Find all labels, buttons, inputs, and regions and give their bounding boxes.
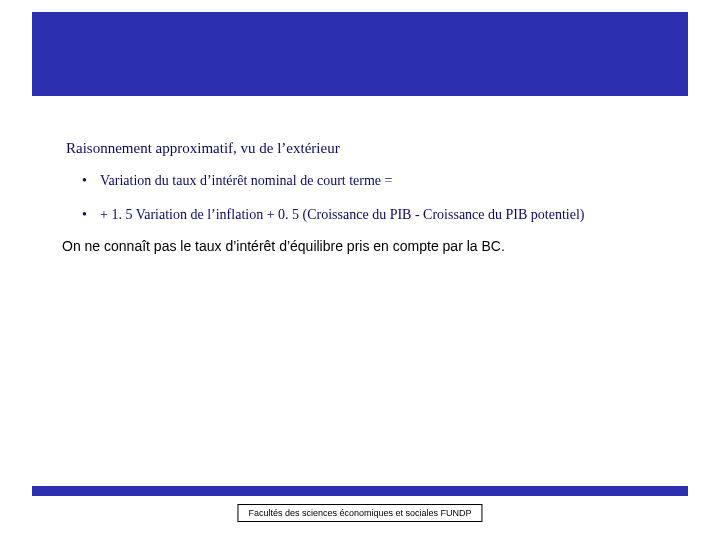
header-bar <box>32 12 688 96</box>
footer-label: Facultés des sciences économiques et soc… <box>237 504 482 522</box>
bullet-list: Variation du taux d’intérêt nominal de c… <box>66 171 666 224</box>
bullet-item: + 1. 5 Variation de l’inflation + 0. 5 (… <box>100 205 666 225</box>
content-area: Raisonnement approximatif, vu de l’extér… <box>66 140 666 254</box>
slide: Raisonnement approximatif, vu de l’extér… <box>0 0 720 540</box>
footer-divider <box>32 486 688 496</box>
bullet-item: Variation du taux d’intérêt nominal de c… <box>100 171 666 191</box>
note-text: On ne connaît pas le taux d’intérêt d’éq… <box>62 238 666 254</box>
subtitle: Raisonnement approximatif, vu de l’extér… <box>66 140 666 157</box>
